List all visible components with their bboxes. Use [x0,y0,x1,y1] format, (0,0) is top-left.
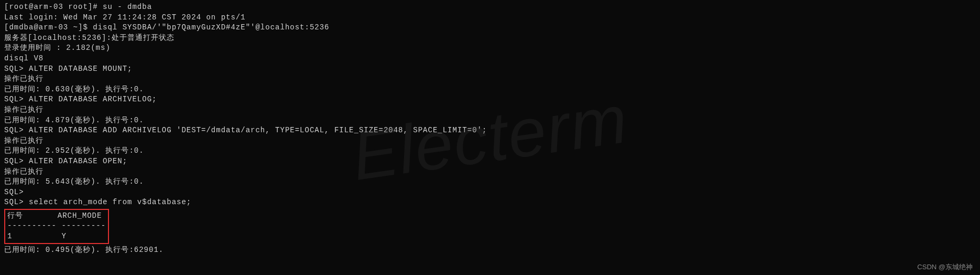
terminal-line: 登录使用时间 : 2.182(ms) [4,43,976,54]
terminal-line: disql V8 [4,54,976,64]
terminal-line: 已用时间: 4.879(毫秒). 执行号:0. [4,115,976,126]
result-header: 行号 ARCH_MODE [7,211,106,221]
terminal-line: SQL> [4,187,976,198]
result-row: 1 Y [7,231,106,242]
attribution-text: CSDN @东城绝神 [917,262,973,272]
terminal-line: 已用时间: 5.643(毫秒). 执行号:0. [4,177,976,187]
terminal-line: 已用时间: 0.495(毫秒). 执行号:62901. [4,245,976,256]
terminal-output[interactable]: [root@arm-03 root]# su - dmdba Last logi… [4,2,976,255]
terminal-line: 已用时间: 0.630(毫秒). 执行号:0. [4,84,976,95]
terminal-line: SQL> select arch_mode from v$database; [4,197,976,208]
terminal-line: [dmdba@arm-03 ~]$ disql SYSDBA/'"bp7Qamy… [4,23,976,33]
result-divider: ---------- --------- [7,221,106,231]
terminal-line: SQL> ALTER DATABASE OPEN; [4,156,976,167]
result-highlight-box: 行号 ARCH_MODE ---------- --------- 1 Y [4,209,109,244]
terminal-line: 操作已执行 [4,105,976,115]
terminal-line: 操作已执行 [4,136,976,146]
terminal-line: SQL> ALTER DATABASE ARCHIVELOG; [4,94,976,105]
terminal-line: [root@arm-03 root]# su - dmdba [4,2,976,13]
terminal-line: 操作已执行 [4,167,976,177]
terminal-line: 操作已执行 [4,74,976,84]
terminal-line: SQL> ALTER DATABASE MOUNT; [4,64,976,75]
terminal-line: 已用时间: 2.952(毫秒). 执行号:0. [4,146,976,156]
terminal-line: Last login: Wed Mar 27 11:24:28 CST 2024… [4,13,976,23]
terminal-line: 服务器[localhost:5236]:处于普通打开状态 [4,33,976,44]
terminal-line: SQL> ALTER DATABASE ADD ARCHIVELOG 'DEST… [4,125,976,136]
